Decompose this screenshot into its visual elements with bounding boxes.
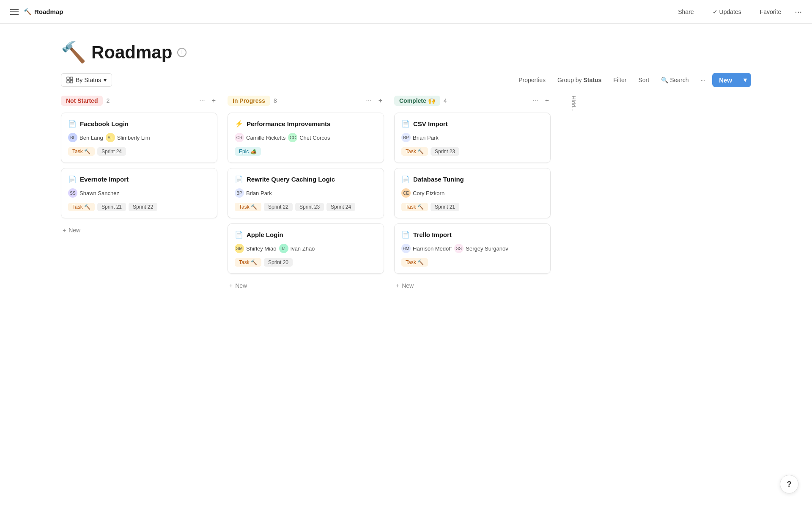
topbar-more-icon[interactable]: ··· (795, 7, 802, 17)
svg-rect-2 (67, 80, 69, 83)
avatar: SS (68, 188, 77, 198)
new-button[interactable]: New ▾ (712, 73, 751, 87)
tag: Sprint 22 (264, 203, 293, 211)
tag: Task 🔨 (235, 258, 261, 267)
topbar-icon: 🔨 (24, 8, 32, 16)
add-new-item-not-started[interactable]: +New (61, 223, 82, 237)
tag: Task 🔨 (401, 147, 428, 156)
group-by-value: Status (584, 77, 602, 83)
card-title-not-started-0: 📄Facebook Login (68, 120, 210, 128)
new-button-caret: ▾ (739, 73, 751, 87)
board-area: Not Started2···+📄Facebook LoginBLBen Lan… (0, 94, 812, 292)
avatar: CR (235, 133, 244, 142)
assignee-name: Shirley Miao (246, 245, 277, 252)
card-title-text: Apple Login (247, 231, 283, 238)
plus-icon: + (63, 227, 66, 234)
card-in-progress-1[interactable]: 📄Rewrite Query Caching LogicBPBrian Park… (228, 168, 384, 218)
card-title-complete-2: 📄Trello Import (401, 231, 543, 239)
plus-icon: + (396, 282, 399, 289)
search-label: Search (670, 77, 689, 83)
add-new-item-complete[interactable]: +New (394, 279, 415, 292)
avatar: CE (401, 188, 411, 198)
card-complete-2[interactable]: 📄Trello ImportHMHarrison MedoffSSSergey … (394, 223, 551, 274)
tag: Task 🔨 (235, 203, 261, 211)
card-in-progress-2[interactable]: 📄Apple LoginSMShirley MiaoIZIvan ZhaoTas… (228, 223, 384, 274)
view-label: By Status (76, 77, 101, 83)
card-title-in-progress-2: 📄Apple Login (235, 231, 377, 239)
assignee: CRCamille Ricketts (235, 133, 285, 142)
assignee: CECory Etzkorn (401, 188, 444, 198)
search-button[interactable]: 🔍 Search (656, 74, 694, 86)
column-more-complete[interactable]: ··· (531, 96, 540, 105)
tag: Sprint 23 (295, 203, 324, 211)
view-selector-button[interactable]: By Status ▾ (61, 73, 112, 87)
page-header: 🔨 Roadmap i (0, 24, 812, 73)
column-add-in-progress[interactable]: + (377, 96, 384, 105)
column-add-complete[interactable]: + (543, 96, 551, 105)
card-title-text: Rewrite Query Caching Logic (247, 176, 335, 183)
column-count-in-progress: 8 (274, 97, 277, 104)
column-add-not-started[interactable]: + (210, 96, 217, 105)
assignee-name: Shawn Sanchez (80, 190, 119, 196)
assignee-name: Camille Ricketts (246, 135, 285, 141)
card-not-started-0[interactable]: 📄Facebook LoginBLBen LangSLSlimberly Lim… (61, 113, 217, 163)
card-title-text: CSV Import (413, 120, 448, 127)
add-new-label: New (402, 282, 414, 289)
card-assignees-in-progress-0: CRCamille RickettsCCChet Corcos (235, 133, 377, 142)
assignee: SSSergey Surganov (454, 244, 508, 253)
card-title-text: Facebook Login (80, 120, 129, 127)
assignee-name: Ben Lang (80, 135, 103, 141)
card-icon: 📄 (68, 175, 77, 183)
card-assignees-complete-0: BPBrian Park (401, 133, 543, 142)
assignee: BPBrian Park (235, 188, 272, 198)
card-tags-in-progress-2: Task 🔨Sprint 20 (235, 258, 377, 267)
avatar: CC (288, 133, 297, 142)
tag: Sprint 24 (326, 203, 355, 211)
column-more-not-started[interactable]: ··· (198, 96, 206, 105)
topbar-title: 🔨 Roadmap (24, 8, 63, 16)
tag: Task 🔨 (401, 203, 428, 211)
avatar: SM (235, 244, 244, 253)
card-complete-0[interactable]: 📄CSV ImportBPBrian ParkTask 🔨Sprint 23 (394, 113, 551, 163)
card-tags-complete-1: Task 🔨Sprint 21 (401, 203, 543, 211)
card-complete-1[interactable]: 📄Database TuningCECory EtzkornTask 🔨Spri… (394, 168, 551, 218)
sort-button[interactable]: Sort (633, 74, 654, 86)
card-in-progress-0[interactable]: ⚡Performance ImprovementsCRCamille Ricke… (228, 113, 384, 163)
plus-icon: + (229, 282, 233, 289)
topbar-title-text: Roadmap (34, 8, 63, 15)
checkmark-icon: ✓ (713, 8, 718, 15)
card-title-complete-0: 📄CSV Import (401, 120, 543, 128)
favorite-button[interactable]: Favorite (755, 6, 787, 18)
topbar: 🔨 Roadmap Share ✓ Updates Favorite ··· (0, 0, 812, 24)
toolbar-left: By Status ▾ (61, 73, 112, 87)
column-complete: Complete 🙌4···+📄CSV ImportBPBrian ParkTa… (394, 94, 551, 292)
assignee-name: Brian Park (413, 135, 439, 141)
page-header-icon: 🔨 (61, 41, 86, 64)
column-actions-complete: ···+ (531, 96, 551, 105)
assignee: CCChet Corcos (288, 133, 330, 142)
properties-button[interactable]: Properties (513, 74, 551, 86)
card-tags-in-progress-0: Epic 🏕️ (235, 147, 377, 156)
assignee: IZIvan Zhao (279, 244, 315, 253)
updates-label: Updates (719, 8, 741, 15)
group-by-button[interactable]: Group by Status (552, 74, 606, 86)
card-not-started-1[interactable]: 📄Evernote ImportSSShawn SanchezTask 🔨Spr… (61, 168, 217, 218)
topbar-right: Share ✓ Updates Favorite ··· (673, 6, 802, 18)
avatar: SS (454, 244, 464, 253)
toolbar-more-button[interactable]: ··· (695, 74, 710, 86)
updates-button[interactable]: ✓ Updates (708, 6, 746, 18)
tag: Task 🔨 (68, 203, 95, 211)
add-new-item-in-progress[interactable]: +New (228, 279, 249, 292)
filter-button[interactable]: Filter (608, 74, 631, 86)
hamburger-menu[interactable] (10, 9, 19, 15)
card-tags-complete-0: Task 🔨Sprint 23 (401, 147, 543, 156)
column-more-in-progress[interactable]: ··· (364, 96, 373, 105)
info-icon[interactable]: i (177, 48, 187, 57)
card-title-not-started-1: 📄Evernote Import (68, 175, 210, 183)
column-actions-in-progress: ···+ (364, 96, 384, 105)
card-tags-in-progress-1: Task 🔨Sprint 22Sprint 23Sprint 24 (235, 203, 377, 211)
card-title-text: Performance Improvements (247, 120, 330, 127)
column-header-not-started: Not Started2···+ (61, 94, 217, 107)
column-header-in-progress: In Progress8···+ (228, 94, 384, 107)
share-button[interactable]: Share (673, 6, 699, 18)
